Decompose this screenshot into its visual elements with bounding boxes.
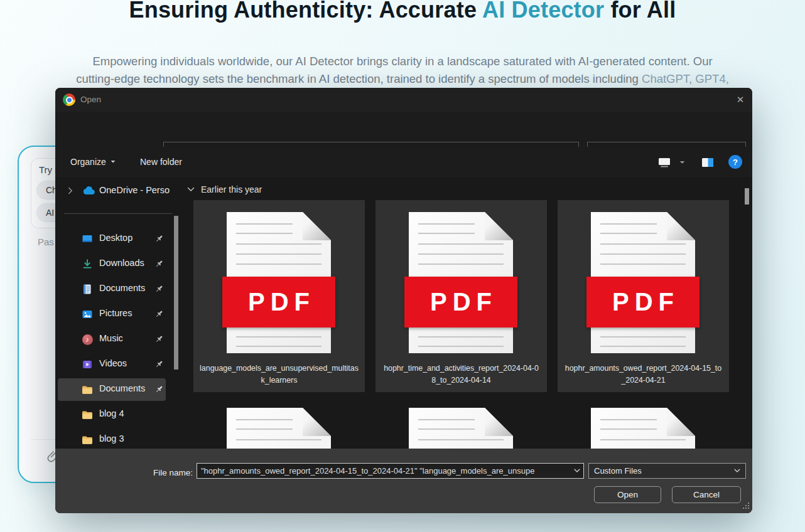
downloads-icon — [82, 258, 93, 270]
sidebar-item-label: blog 4 — [99, 408, 124, 418]
desktop-icon — [82, 233, 93, 245]
pin-icon — [154, 259, 164, 270]
new-folder-button[interactable]: New folder — [140, 147, 182, 177]
music-icon: ♪ — [82, 334, 93, 345]
command-toolbar: Organize New folder ? — [55, 147, 752, 177]
sidebar-item-documents-library[interactable]: Documents — [55, 277, 182, 302]
view-caret-icon[interactable] — [679, 161, 685, 164]
sidebar-item-blog4[interactable]: blog 4 — [55, 402, 182, 427]
resize-grip[interactable] — [742, 503, 749, 510]
heading-highlight: AI Detector — [482, 0, 604, 23]
file-name-dropdown-icon[interactable] — [574, 469, 580, 473]
subtitle-line: Empowering individuals worldwide, our AI… — [0, 53, 805, 70]
group-header[interactable]: Earlier this year — [187, 182, 262, 197]
sidebar-item-label: Desktop — [99, 233, 132, 243]
document-file-icon[interactable] — [227, 408, 331, 449]
pdf-badge: PDF — [404, 277, 517, 327]
pin-icon — [154, 385, 164, 396]
file-name-field[interactable] — [197, 463, 584, 479]
heading-text: for All — [604, 0, 676, 23]
model-names: ChatGPT, GPT4, — [642, 72, 729, 85]
page: Ensuring Authenticity: Accurate AI Detec… — [0, 0, 805, 532]
documents-icon — [82, 284, 93, 295]
folder-icon — [82, 409, 93, 420]
subtitle-line: cutting-edge technology sets the benchma… — [0, 70, 805, 88]
sidebar-item-label: blog 3 — [99, 434, 124, 444]
dialog-titlebar[interactable]: Open ✕ — [55, 88, 752, 112]
sidebar-item-blog3[interactable]: blog 3 — [55, 427, 182, 449]
chrome-logo-icon — [63, 93, 75, 106]
sidebar-item-pictures[interactable]: Pictures — [55, 302, 182, 327]
file-item-pdf[interactable]: PDF language_models_are_unsupervised_mul… — [193, 200, 365, 392]
file-name: hophr_time_and_activities_report_2024-04… — [382, 363, 541, 386]
heading-text: Ensuring Authenticity: Accurate — [129, 0, 482, 23]
onedrive-icon — [83, 186, 95, 195]
sidebar-item-label: OneDrive - Perso — [99, 185, 178, 195]
file-name-label: File name: — [118, 466, 193, 481]
pin-icon — [154, 234, 164, 245]
pdf-file-icon: PDF — [409, 212, 513, 353]
dialog-content: OneDrive - Perso Desktop Downloads Docum — [55, 177, 752, 449]
pin-icon — [154, 284, 164, 295]
dialog-footer: File name: Custom Files Open Cancel — [55, 449, 752, 513]
file-name: hophr_amounts_owed_report_2024-04-15_to_… — [564, 363, 723, 386]
sidebar-item-label: Documents — [99, 283, 145, 293]
dialog-title: Open — [80, 88, 101, 112]
file-list-scrollbar[interactable] — [745, 188, 749, 205]
pin-icon — [154, 309, 164, 321]
sidebar-item-label: Music — [99, 333, 123, 343]
videos-icon — [82, 359, 93, 370]
close-icon[interactable]: ✕ — [731, 88, 750, 112]
sidebar-item-label: Downloads — [99, 258, 144, 268]
collapse-chevron-icon — [187, 187, 195, 192]
document-file-icon[interactable] — [409, 408, 513, 449]
sidebar-item-downloads[interactable]: Downloads — [55, 252, 182, 277]
caret-down-icon — [111, 160, 116, 164]
pdf-badge: PDF — [586, 277, 700, 327]
pdf-badge: PDF — [222, 277, 335, 327]
paste-placeholder: Pas — [38, 237, 54, 247]
file-type-dropdown-icon — [734, 469, 740, 473]
cancel-button[interactable]: Cancel — [672, 486, 741, 503]
navigation-pane: OneDrive - Perso Desktop Downloads Docum — [55, 177, 182, 449]
sidebar-item-label: Pictures — [99, 308, 132, 318]
view-mode-icon[interactable] — [658, 157, 671, 168]
preview-pane-icon[interactable] — [701, 157, 714, 168]
page-title: Ensuring Authenticity: Accurate AI Detec… — [0, 0, 805, 24]
pin-icon — [154, 334, 164, 346]
document-file-icon[interactable] — [591, 408, 695, 449]
sidebar-separator — [64, 213, 172, 214]
navigation-bar: Downloads Documents — [55, 112, 752, 147]
file-type-select[interactable]: Custom Files — [588, 463, 746, 479]
file-item-pdf[interactable]: PDF hophr_time_and_activities_report_202… — [375, 200, 547, 392]
folder-icon — [82, 384, 93, 395]
pin-icon — [154, 359, 164, 371]
sidebar-item-onedrive[interactable]: OneDrive - Perso — [55, 182, 182, 201]
sidebar-item-label: Documents — [99, 383, 145, 393]
open-file-dialog: Open ✕ Downloads Documents — [55, 88, 752, 513]
page-subtitle: Empowering individuals worldwide, our AI… — [0, 53, 805, 87]
pdf-file-icon: PDF — [227, 212, 331, 353]
sidebar-item-label: Videos — [99, 358, 127, 368]
file-name-input[interactable] — [197, 466, 574, 476]
organize-button[interactable]: Organize — [70, 147, 116, 177]
file-item-pdf[interactable]: PDF hophr_amounts_owed_report_2024-04-15… — [558, 200, 729, 392]
sidebar-item-desktop[interactable]: Desktop — [55, 226, 182, 252]
sidebar-item-videos[interactable]: Videos — [55, 352, 182, 377]
folder-icon — [82, 434, 93, 445]
pictures-icon — [82, 309, 93, 320]
file-name: language_models_are_unsupervised_multita… — [200, 363, 359, 386]
open-button[interactable]: Open — [594, 486, 661, 503]
help-icon[interactable]: ? — [728, 155, 742, 169]
sidebar-item-documents-selected[interactable]: Documents — [55, 377, 182, 402]
sidebar-item-music[interactable]: ♪ Music — [55, 327, 182, 352]
file-list: Earlier this year PDF language_models_ar… — [182, 177, 752, 449]
expander-chevron-icon[interactable] — [68, 187, 73, 194]
pdf-file-icon: PDF — [591, 212, 695, 353]
